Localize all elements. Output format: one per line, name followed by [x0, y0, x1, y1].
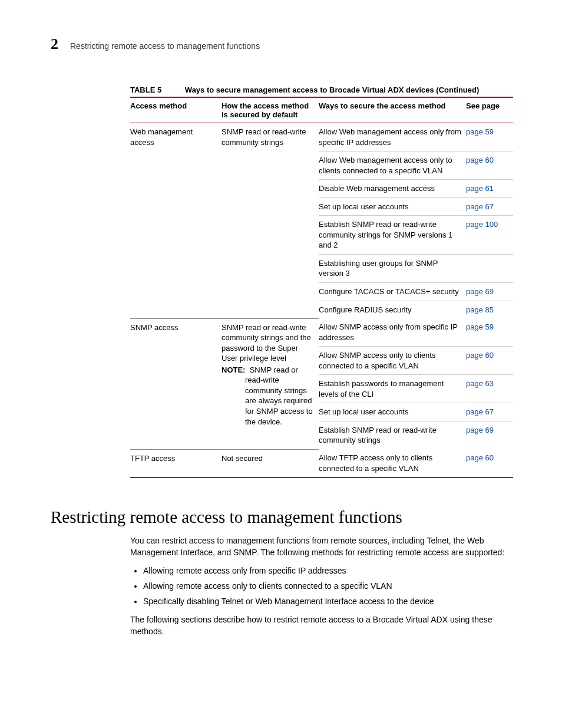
page-link[interactable]: page 61 [466, 184, 494, 193]
cell-way: Configure RADIUS security [319, 301, 466, 318]
cell-secured-by: SNMP read or read-write community string… [222, 123, 319, 319]
col-secured-by: How the access method is secured by defa… [222, 97, 319, 123]
bullet-item: Specifically disabling Telnet or Web Man… [143, 596, 513, 608]
secured-by-text: Not secured [222, 453, 314, 464]
bullet-list: Allowing remote access only from specifi… [130, 565, 513, 607]
cell-page-ref: page 60 [466, 347, 513, 375]
bullet-item: Allowing remote access only to clients c… [143, 581, 513, 592]
cell-page-ref: page 63 [466, 375, 513, 403]
col-see-page: See page [466, 97, 513, 123]
section-body: You can restrict access to management fu… [130, 535, 513, 637]
cell-way: Set up local user accounts [319, 403, 466, 421]
page-link[interactable]: page 59 [466, 127, 494, 136]
secured-by-text: SNMP read or read-write community string… [222, 127, 314, 147]
cell-page-ref: page 85 [466, 301, 513, 318]
table-row: TFTP accessNot securedAllow TFTP access … [130, 449, 513, 477]
section-heading: Restricting remote access to management … [51, 508, 511, 527]
cell-way: Configure TACACS or TACACS+ security [319, 283, 466, 301]
cell-way: Allow SNMP access only to clients connec… [319, 347, 466, 375]
page-link[interactable]: page 67 [466, 407, 494, 416]
cell-page-ref: page 67 [466, 403, 513, 421]
col-ways: Ways to secure the access method [319, 97, 466, 123]
page-link[interactable]: page 85 [466, 305, 494, 314]
cell-page-ref: page 60 [466, 151, 513, 180]
page-link[interactable]: page 59 [466, 322, 494, 331]
outro-paragraph: The following sections describe how to r… [130, 614, 513, 637]
cell-way: Establish passwords to management levels… [319, 375, 466, 403]
chapter-number: 2 [51, 35, 58, 53]
table-row: Web management accessSNMP read or read-w… [130, 123, 513, 151]
cell-way: Allow TFTP access only to clients connec… [319, 449, 466, 477]
secured-by-note: NOTE: SNMP read or read-write community … [222, 365, 314, 427]
intro-paragraph: You can restrict access to management fu… [130, 535, 513, 558]
col-access-method: Access method [130, 97, 222, 123]
bullet-item: Allowing remote access only from specifi… [143, 565, 513, 577]
table-label: TABLE 5 [130, 85, 183, 94]
page-link[interactable]: page 63 [466, 379, 494, 388]
page-link[interactable]: page 60 [466, 156, 494, 164]
cell-way: Set up local user accounts [319, 197, 466, 216]
running-title: Restricting remote access to management … [70, 41, 260, 51]
cell-way: Establishing user groups for SNMP versio… [319, 254, 466, 282]
cell-way: Establish SNMP read or read-write commun… [319, 216, 466, 255]
page-link[interactable]: page 60 [466, 351, 494, 360]
table-caption-text: Ways to secure management access to Broc… [185, 85, 479, 94]
table-caption: TABLE 5 Ways to secure management access… [130, 85, 511, 94]
cell-access-method: Web management access [130, 123, 222, 319]
cell-access-method: TFTP access [130, 449, 222, 477]
cell-page-ref [466, 254, 513, 282]
cell-way: Allow Web management access only to clie… [319, 151, 466, 180]
table-row: SNMP accessSNMP read or read-write commu… [130, 318, 513, 347]
cell-way: Allow Web management access only from sp… [319, 123, 466, 151]
page-link[interactable]: page 69 [466, 426, 494, 434]
cell-page-ref: page 59 [466, 123, 513, 151]
cell-page-ref: page 60 [466, 449, 513, 477]
cell-access-method: SNMP access [130, 318, 222, 449]
page-container: 2 Restricting remote access to managemen… [0, 0, 562, 637]
cell-page-ref: page 69 [466, 283, 513, 301]
table-header-row: Access method How the access method is s… [130, 97, 513, 123]
cell-page-ref: page 67 [466, 197, 513, 216]
running-header: 2 Restricting remote access to managemen… [51, 35, 511, 53]
cell-way: Disable Web management access [319, 180, 466, 198]
page-link[interactable]: page 100 [466, 220, 498, 229]
secured-by-text: SNMP read or read-write community string… [222, 322, 314, 364]
cell-way: Establish SNMP read or read-write commun… [319, 421, 466, 449]
cell-page-ref: page 59 [466, 318, 513, 347]
page-link[interactable]: page 60 [466, 453, 494, 462]
cell-secured-by: SNMP read or read-write community string… [222, 318, 319, 449]
cell-page-ref: page 69 [466, 421, 513, 449]
cell-way: Allow SNMP access only from specific IP … [319, 318, 466, 347]
page-link[interactable]: page 67 [466, 202, 494, 211]
cell-secured-by: Not secured [222, 449, 319, 477]
security-table: Access method How the access method is s… [130, 97, 513, 478]
cell-page-ref: page 61 [466, 180, 513, 198]
cell-page-ref: page 100 [466, 216, 513, 255]
table-body: Web management accessSNMP read or read-w… [130, 123, 513, 478]
page-link[interactable]: page 69 [466, 287, 494, 296]
